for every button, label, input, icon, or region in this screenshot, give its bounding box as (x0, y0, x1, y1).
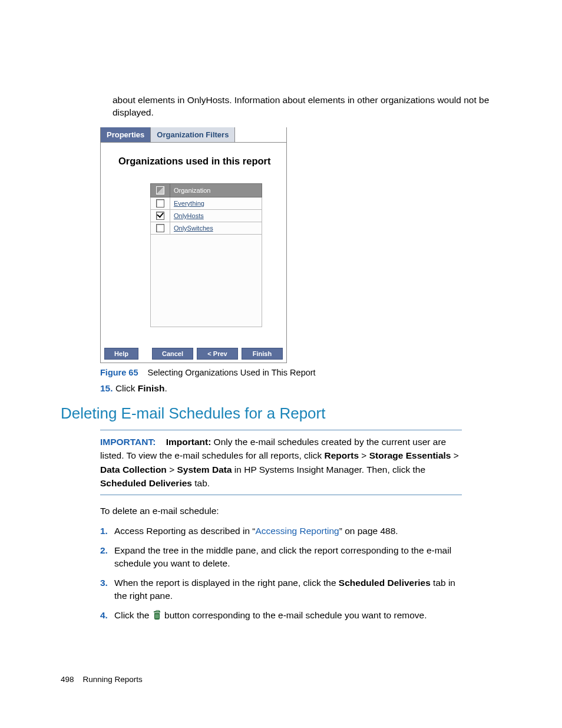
breadcrumb-sep: > (359, 450, 369, 460)
page-footer: 498 Running Reports (61, 675, 501, 684)
organization-table: Organization Everything OnlyHosts (150, 183, 262, 327)
cross-reference-link[interactable]: Accessing Reporting (256, 526, 339, 536)
ordered-steps: 1. Access Reporting as described in “Acc… (100, 525, 462, 622)
breadcrumb-sep: > (451, 450, 458, 460)
trash-icon (153, 611, 161, 620)
important-label: IMPORTANT: (100, 437, 156, 447)
breadcrumb-item: Data Collection (100, 465, 167, 475)
step-number: 3. (100, 577, 114, 603)
tab-properties[interactable]: Properties (101, 127, 151, 142)
important-lead: Important: (166, 437, 211, 447)
list-item: 3. When the report is displayed in the r… (100, 577, 462, 603)
organization-link[interactable]: Everything (174, 200, 204, 207)
step-number: 4. (100, 609, 114, 622)
tab-organization-filters[interactable]: Organization Filters (151, 127, 235, 142)
chapter-title: Running Reports (83, 675, 143, 684)
step-text: ” on page 488. (339, 526, 398, 536)
step-text: Click the (114, 610, 152, 620)
breadcrumb-item: Storage Essentials (369, 450, 451, 460)
cancel-button[interactable]: Cancel (152, 348, 193, 360)
step-text: . (164, 383, 167, 393)
breadcrumb-item: Reports (324, 450, 359, 460)
divider (100, 430, 462, 430)
step-text: button corresponding to the e-mail sched… (162, 610, 427, 620)
intro-paragraph: about elements in OnlyHosts. Information… (113, 94, 501, 119)
figure-caption-text: Selecting Organizations Used in This Rep… (148, 368, 316, 377)
step-text: Access Reporting as described in “ (114, 526, 256, 536)
table-row: OnlySwitches (151, 222, 262, 235)
dialog-tabs: Properties Organization Filters (101, 127, 286, 143)
list-item: 4. Click the button corresponding to the… (100, 609, 462, 622)
step-bold: Finish (138, 383, 165, 393)
breadcrumb-sep: > (167, 465, 177, 475)
breadcrumb-item: System Data (177, 465, 232, 475)
table-empty-area (151, 235, 262, 327)
checkbox-icon (156, 186, 164, 195)
figure-screenshot: Properties Organization Filters Organiza… (100, 127, 501, 363)
finish-button[interactable]: Finish (242, 348, 283, 360)
procedure-intro: To delete an e-mail schedule: (100, 506, 462, 516)
step-text: Expand the tree in the middle pane, and … (114, 544, 462, 571)
step-number: 2. (100, 544, 114, 571)
organization-column-header: Organization (170, 183, 262, 197)
step-text: When the report is displayed in the righ… (114, 578, 339, 588)
org-filter-dialog: Properties Organization Filters Organiza… (100, 127, 287, 363)
important-text: in HP Systems Insight Manager. Then, cli… (232, 465, 426, 475)
figure-caption: Figure 65 Selecting Organizations Used i… (100, 368, 501, 377)
tab-name: Scheduled Deliveries (339, 578, 431, 588)
step-number: 15. (100, 383, 113, 393)
figure-label: Figure 65 (100, 368, 138, 377)
row-checkbox[interactable] (156, 212, 164, 220)
step-number: 1. (100, 525, 114, 538)
prev-button[interactable]: < Prev (197, 348, 238, 360)
step-15: 15. Click Finish. (100, 383, 501, 394)
organization-link[interactable]: OnlyHosts (174, 212, 204, 219)
tab-name: Scheduled Deliveries (100, 478, 192, 488)
list-item: 1. Access Reporting as described in “Acc… (100, 525, 462, 538)
table-row: Everything (151, 197, 262, 209)
list-item: 2. Expand the tree in the middle pane, a… (100, 544, 462, 571)
organization-link[interactable]: OnlySwitches (174, 225, 213, 232)
dialog-footer: Help Cancel < Prev Finish (101, 345, 286, 363)
table-row: OnlyHosts (151, 210, 262, 222)
divider (100, 495, 462, 495)
help-button[interactable]: Help (104, 348, 138, 360)
section-heading: Deleting E-mail Schedules for a Report (61, 404, 501, 423)
row-checkbox[interactable] (156, 224, 164, 232)
important-text: tab. (192, 478, 210, 488)
dialog-heading: Organizations used in this report (118, 156, 277, 167)
select-all-header[interactable] (151, 183, 170, 197)
important-note: IMPORTANT: Important: Only the e-mail sc… (100, 435, 462, 490)
step-text: Click (115, 383, 138, 393)
page-number: 498 (61, 675, 74, 684)
row-checkbox[interactable] (156, 199, 164, 207)
